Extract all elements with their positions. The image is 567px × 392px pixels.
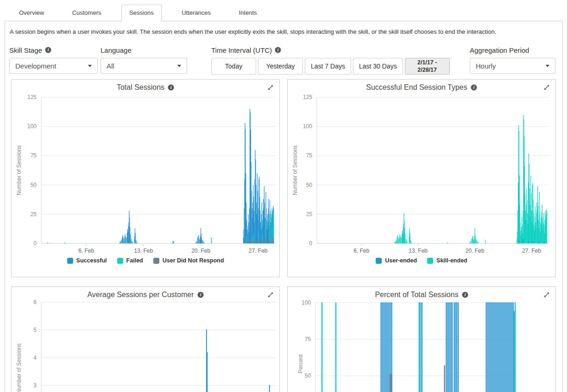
svg-text:25: 25 <box>31 211 37 218</box>
skill-stage-value: Development <box>15 62 56 70</box>
chart-title: Successful End Session Types i <box>288 80 555 92</box>
svg-text:20. Feb: 20. Feb <box>466 248 485 254</box>
legend-swatch <box>117 258 123 264</box>
language-select[interactable]: All <box>101 58 187 74</box>
percent-sessions-chart[interactable]: 02550751006. Feb13. Feb20. Feb27. FebPer… <box>288 299 555 392</box>
chevron-down-icon <box>546 65 549 67</box>
total-sessions-chart[interactable]: 02550751001256. Feb13. Feb20. Feb27. Feb… <box>12 92 279 256</box>
sessions-panel: A session begins when a user invokes you… <box>5 21 563 392</box>
svg-text:Percent: Percent <box>297 354 304 373</box>
chart-legend: SuccessfulFailedUser Did Not Respond <box>12 257 279 264</box>
svg-text:i: i <box>200 292 201 297</box>
svg-text:27. Feb: 27. Feb <box>522 248 541 254</box>
last-7-days-button[interactable]: Last 7 Days <box>305 58 351 75</box>
time-interval-group: Time Interval (UTC) i Today Yesterday La… <box>211 46 450 75</box>
language-label-text: Language <box>101 46 132 54</box>
tab-overview[interactable]: Overview <box>11 5 52 22</box>
tab-customers[interactable]: Customers <box>64 5 109 22</box>
svg-text:50: 50 <box>31 182 37 188</box>
legend-swatch <box>153 258 159 264</box>
last-30-days-button[interactable]: Last 30 Days <box>353 58 403 75</box>
info-icon[interactable]: i <box>462 292 468 298</box>
aggregation-label-text: Aggregation Period <box>470 46 529 54</box>
expand-icon[interactable] <box>543 84 550 91</box>
chart-title-text: Successful End Session Types <box>366 83 467 92</box>
legend-item[interactable]: Skill-ended <box>427 257 467 264</box>
chart-title-text: Total Sessions <box>117 83 164 92</box>
skill-stage-label: Skill Stage i <box>9 46 98 54</box>
skill-stage-select[interactable]: Development <box>9 58 98 74</box>
chart-title: Total Sessions i <box>12 80 279 92</box>
legend-label: Successful <box>76 257 107 264</box>
language-value: All <box>107 62 114 70</box>
svg-text:6. Feb: 6. Feb <box>78 248 94 254</box>
expand-icon[interactable] <box>267 84 274 91</box>
legend-swatch <box>427 258 433 264</box>
end-session-types-panel: Successful End Session Types i 025507510… <box>287 79 556 277</box>
info-icon[interactable]: i <box>45 47 51 53</box>
svg-text:75: 75 <box>31 152 37 159</box>
svg-text:100: 100 <box>302 299 311 306</box>
avg-sessions-panel: Average Sessions per Customer i 01234566… <box>11 286 280 392</box>
time-interval-label-text: Time Interval (UTC) <box>211 46 272 54</box>
svg-text:Number of Sessions: Number of Sessions <box>292 145 298 195</box>
yesterday-button[interactable]: Yesterday <box>258 58 303 75</box>
info-icon[interactable]: i <box>471 84 477 91</box>
tab-utterances[interactable]: Utterances <box>174 5 219 22</box>
svg-text:6: 6 <box>33 299 37 305</box>
date-range-button[interactable]: 2/1/17 - 2/28/17 <box>405 58 450 75</box>
aggregation-select[interactable]: Hourly <box>470 58 555 74</box>
svg-text:5: 5 <box>33 327 37 333</box>
tab-intents[interactable]: Intents <box>231 5 265 22</box>
language-group: Language All <box>101 46 187 74</box>
svg-text:3: 3 <box>33 382 37 389</box>
expand-icon[interactable] <box>267 291 274 299</box>
svg-text:50: 50 <box>306 182 313 188</box>
svg-text:i: i <box>277 48 279 52</box>
avg-sessions-chart[interactable]: 01234566. Feb13. Feb20. Feb27. FebNumber… <box>12 299 279 392</box>
legend-item[interactable]: User-ended <box>376 257 417 264</box>
today-button[interactable]: Today <box>211 58 256 75</box>
chart-title-text: Percent of Total Sessions <box>375 291 458 299</box>
aggregation-value: Hourly <box>476 62 496 70</box>
chart-title: Average Sessions per Customer i <box>12 287 279 299</box>
svg-text:75: 75 <box>306 152 313 159</box>
svg-text:i: i <box>48 48 49 52</box>
legend-item[interactable]: Failed <box>117 257 143 264</box>
svg-text:Number of Sessions: Number of Sessions <box>16 343 22 392</box>
svg-text:i: i <box>170 85 172 90</box>
svg-text:75: 75 <box>305 336 311 342</box>
svg-text:20. Feb: 20. Feb <box>191 248 210 254</box>
svg-text:0: 0 <box>309 240 312 247</box>
tab-bar: Overview Customers Sessions Utterances I… <box>0 0 567 21</box>
svg-text:50: 50 <box>305 373 311 379</box>
legend-item[interactable]: Successful <box>67 257 107 264</box>
info-icon[interactable]: i <box>168 84 174 91</box>
sessions-description: A session begins when a user invokes you… <box>5 21 562 35</box>
tab-sessions[interactable]: Sessions <box>121 5 162 22</box>
aggregation-group: Aggregation Period Hourly <box>470 46 555 74</box>
svg-text:i: i <box>473 85 474 90</box>
svg-text:13. Feb: 13. Feb <box>409 248 428 254</box>
svg-text:i: i <box>464 292 466 297</box>
svg-text:100: 100 <box>303 123 312 130</box>
end-session-types-chart[interactable]: 02550751001256. Feb13. Feb20. Feb27. Feb… <box>288 92 555 256</box>
filters-row: Skill Stage i Development Language All T… <box>5 46 562 79</box>
aggregation-label: Aggregation Period <box>470 46 555 54</box>
svg-text:13. Feb: 13. Feb <box>134 248 153 254</box>
time-interval-buttons: Today Yesterday Last 7 Days Last 30 Days… <box>211 58 450 75</box>
legend-item[interactable]: User Did Not Respond <box>153 257 224 264</box>
date-range-line1: 2/1/17 - <box>417 59 437 66</box>
skill-stage-label-text: Skill Stage <box>9 46 42 54</box>
charts-grid: Total Sessions i 02550751001256. Feb13. … <box>5 79 562 392</box>
legend-label: User Did Not Respond <box>163 257 224 264</box>
svg-text:125: 125 <box>27 94 37 100</box>
info-icon[interactable]: i <box>275 47 281 53</box>
chevron-down-icon <box>88 65 92 67</box>
legend-label: Failed <box>126 257 143 264</box>
expand-icon[interactable] <box>543 291 550 299</box>
chart-legend: User-endedSkill-ended <box>288 257 555 264</box>
svg-text:27. Feb: 27. Feb <box>249 248 268 254</box>
chart-title: Percent of Total Sessions i <box>288 287 555 299</box>
info-icon[interactable]: i <box>197 292 204 298</box>
